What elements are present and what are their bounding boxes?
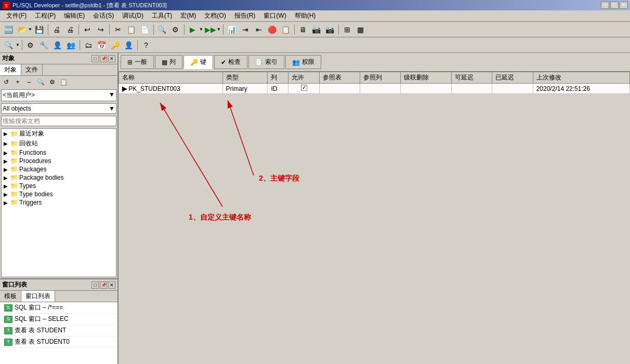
toolbar-btn10[interactable]: 🔴 — [266, 23, 279, 36]
general-tab-label: 一般 — [135, 58, 147, 66]
remove-icon-btn[interactable]: – — [24, 77, 34, 87]
tab-permissions[interactable]: 👥 权限 — [285, 55, 321, 69]
menu-edit[interactable]: 编辑(E) — [60, 10, 89, 21]
toolbar-print2-btn[interactable]: 🖨 — [64, 23, 76, 36]
toolbar-btn7[interactable]: 📊 — [226, 23, 238, 36]
window-list-item-2[interactable]: S SQL 窗口 – SELEC — [0, 314, 117, 325]
toolbar-print-btn[interactable]: 🖨 — [50, 23, 63, 36]
col-header-modified: 上次修改 — [533, 72, 629, 84]
tree-item-triggers[interactable]: ▶ 📁 Triggers — [2, 198, 116, 207]
window-list-item-1[interactable]: S SQL 窗口 – /*=== — [0, 302, 117, 314]
recycle-label: 回收站 — [19, 139, 38, 148]
toolbar2-btn2[interactable]: 🔧 — [38, 39, 50, 51]
toolbar-run-dropdown[interactable]: ▶ ▼ — [187, 23, 203, 36]
tab-keys[interactable]: 🔑 键 — [183, 55, 213, 69]
open-dropdown-arrow[interactable]: ▼ — [28, 27, 32, 32]
window-panel-dock-btn[interactable]: 📌 — [100, 281, 107, 289]
toolbar2-btn7[interactable]: 🔑 — [109, 39, 122, 51]
tab-columns[interactable]: ▦ 列 — [155, 55, 182, 69]
toolbar-new-btn[interactable]: 🆕 — [2, 23, 15, 36]
tree-item-type-bodies[interactable]: ▶ 📁 Type bodies — [2, 190, 116, 198]
tab-files[interactable]: 文件 — [21, 64, 43, 75]
current-user-dropdown[interactable]: <当前用户> ▼ — [1, 89, 116, 101]
toolbar-btn12[interactable]: 🖥 — [297, 23, 309, 36]
search-input[interactable] — [1, 116, 116, 126]
tab-general[interactable]: ⊞ 一般 — [121, 55, 154, 69]
toolbar2-btn6[interactable]: 📅 — [96, 39, 108, 51]
maximize-button[interactable]: □ — [610, 2, 619, 9]
tree-item-packages[interactable]: ▶ 📁 Packages — [2, 165, 116, 173]
panel-close-btn[interactable]: ✕ — [108, 55, 115, 62]
menu-help[interactable]: 帮助(H) — [291, 10, 320, 21]
search-dropdown-arrow[interactable]: ▼ — [16, 43, 20, 47]
settings-icon-btn[interactable]: ⚙ — [47, 77, 57, 87]
tab-window-list[interactable]: 窗口列表 — [21, 291, 55, 302]
toolbar-open-btn[interactable]: 📂 — [16, 23, 28, 36]
window-icon-4: T — [4, 339, 12, 346]
menu-debug[interactable]: 调试(D) — [118, 10, 148, 21]
menu-window[interactable]: 窗口(W) — [259, 10, 290, 21]
toolbar-undo-btn[interactable]: ↩ — [81, 23, 94, 36]
menu-tools[interactable]: 工具(T) — [148, 10, 176, 21]
window-icon-3: T — [4, 327, 12, 334]
run2-dropdown-arrow[interactable]: ▼ — [217, 27, 221, 32]
toolbar-run2-dropdown[interactable]: ▶▶ ▼ — [204, 23, 221, 36]
window-list-item-4[interactable]: T 查看 表 STUDENT0 — [0, 336, 117, 348]
toolbar2-btn4[interactable]: 👥 — [65, 39, 77, 51]
toolbar-paste-btn[interactable]: 📄 — [139, 23, 151, 36]
tab-objects[interactable]: 对象 — [0, 64, 21, 75]
toolbar2-btn1[interactable]: ⚙ — [24, 39, 37, 51]
toolbar-btn8[interactable]: ⇥ — [239, 23, 252, 36]
table-row[interactable]: ▶ PK_STUDENT003 Primary ID 2020/2/14 — [119, 84, 630, 94]
menu-macro[interactable]: 宏(M) — [176, 10, 200, 21]
tree-item-recycle[interactable]: ▶ 📁 回收站 — [2, 139, 116, 149]
run-dropdown-arrow[interactable]: ▼ — [199, 27, 203, 32]
panel-dock-btn[interactable]: 📌 — [100, 55, 107, 62]
toolbar2-btn5[interactable]: 🗂 — [82, 39, 95, 51]
add-icon-btn[interactable]: + — [12, 77, 23, 87]
toolbar-find2-btn[interactable]: ⚙ — [169, 23, 182, 36]
toolbar-btn16[interactable]: ▦ — [355, 23, 367, 36]
copy-icon-btn[interactable]: 📋 — [58, 77, 69, 87]
tab-indexes[interactable]: 📑 索引 — [248, 55, 284, 69]
tab-template[interactable]: 模板 — [0, 291, 21, 302]
packages-folder-icon: 📁 — [10, 166, 18, 173]
all-objects-dropdown[interactable]: All objects ▼ — [1, 103, 116, 114]
toolbar-open-dropdown[interactable]: 📂 ▼ — [16, 23, 32, 36]
toolbar-btn14[interactable]: 📷 — [324, 23, 336, 36]
tree-item-procedures[interactable]: ▶ 📁 Procedures — [2, 157, 116, 165]
menu-doc[interactable]: 文档(O) — [200, 10, 230, 21]
window-panel-min-btn[interactable]: □ — [91, 281, 99, 289]
window-list-item-3[interactable]: T 查看 表 STUDENT — [0, 325, 117, 336]
toolbar-btn13[interactable]: 📷 — [310, 23, 323, 36]
menu-report[interactable]: 报告(R) — [230, 10, 260, 21]
toolbar-btn9[interactable]: ⇤ — [253, 23, 265, 36]
panel-min-btn[interactable]: □ — [91, 55, 99, 62]
tab-checks[interactable]: ✔ 检查 — [214, 55, 247, 69]
refresh-icon-btn[interactable]: ↺ — [1, 77, 11, 87]
toolbar-cut-btn[interactable]: ✂ — [112, 23, 124, 36]
toolbar-find-btn[interactable]: 🔍 — [156, 23, 168, 36]
tree-item-functions[interactable]: ▶ 📁 Functions — [2, 149, 116, 157]
tree-item-recent[interactable]: ▶ 📁 最近对象 — [2, 129, 116, 139]
toolbar-run2-btn[interactable]: ▶▶ — [204, 23, 217, 36]
toolbar-save-btn[interactable]: 💾 — [33, 23, 46, 36]
toolbar2-btn3[interactable]: 👤 — [51, 39, 64, 51]
toolbar-copy-btn[interactable]: 📋 — [125, 23, 138, 36]
tree-item-package-bodies[interactable]: ▶ 📁 Package bodies — [2, 173, 116, 182]
toolbar-run-btn[interactable]: ▶ — [187, 23, 199, 36]
minimize-button[interactable]: ─ — [601, 2, 609, 9]
toolbar-btn15[interactable]: ⊞ — [341, 23, 353, 36]
toolbar2-search-btn[interactable]: 🔍 — [2, 39, 15, 51]
toolbar-redo-btn[interactable]: ↪ — [95, 23, 107, 36]
toolbar2-help-btn[interactable]: ? — [140, 39, 152, 51]
window-panel-close-btn[interactable]: ✕ — [108, 281, 115, 289]
close-button[interactable]: ✕ — [620, 2, 628, 9]
toolbar-btn11[interactable]: 📋 — [280, 23, 292, 36]
tree-item-types[interactable]: ▶ 📁 Types — [2, 182, 116, 190]
menu-session[interactable]: 会话(S) — [89, 10, 118, 21]
menu-file[interactable]: 文件(F) — [2, 10, 31, 21]
search-icon-btn[interactable]: 🔍 — [35, 77, 46, 87]
menu-project[interactable]: 工程(P) — [31, 10, 60, 21]
toolbar2-btn8[interactable]: 👤 — [123, 39, 135, 51]
